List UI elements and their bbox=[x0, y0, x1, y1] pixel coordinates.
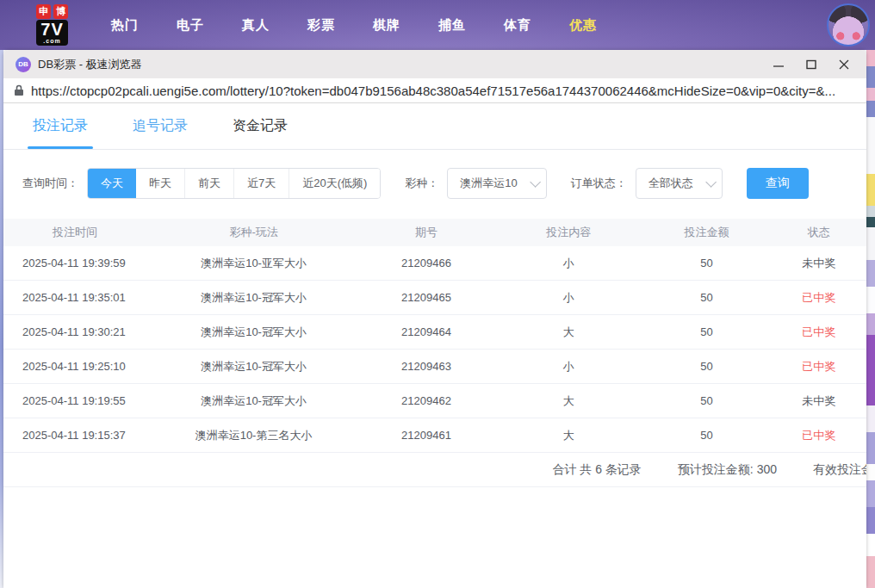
column-header-5: 投注金额 bbox=[642, 225, 771, 240]
nav-item-7[interactable]: 体育 bbox=[485, 9, 550, 42]
time-filter-label: 查询时间： bbox=[22, 176, 78, 191]
cell-issue: 21209464 bbox=[357, 325, 495, 338]
bet-records-table: 投注时间彩种-玩法期号投注内容投注金额状态 2025-04-11 19:39:5… bbox=[3, 219, 866, 487]
summary-valid-amount: 有效投注金 bbox=[813, 462, 866, 478]
filter-row: 查询时间： 今天昨天前天近7天近20天(低频) 彩种： 澳洲幸运10 订单状态：… bbox=[3, 168, 866, 199]
top-nav: 热门电子真人彩票棋牌捕鱼体育优惠 bbox=[92, 9, 616, 42]
table-row: 2025-04-11 19:35:01澳洲幸运10-冠军大小21209465小5… bbox=[3, 281, 866, 315]
time-option-1[interactable]: 今天 bbox=[88, 169, 136, 198]
table-row: 2025-04-11 19:30:21澳洲幸运10-冠军大小21209464大5… bbox=[3, 315, 866, 350]
nav-item-4[interactable]: 彩票 bbox=[289, 9, 354, 42]
column-header-1: 投注时间 bbox=[3, 225, 150, 240]
screen: 申 博 7V .com 热门电子真人彩票棋牌捕鱼体育优惠 DB DB彩票 - 极… bbox=[0, 0, 875, 588]
cell-content: 小 bbox=[495, 359, 642, 374]
cell-time: 2025-04-11 19:25:10 bbox=[3, 360, 150, 373]
logo-badge-2: 博 bbox=[53, 4, 68, 19]
user-avatar[interactable] bbox=[827, 3, 870, 46]
table-header-row: 投注时间彩种-玩法期号投注内容投注金额状态 bbox=[3, 219, 866, 246]
time-filter-group: 今天昨天前天近7天近20天(低频) bbox=[87, 168, 381, 199]
column-header-4: 投注内容 bbox=[495, 225, 642, 240]
cell-issue: 21209462 bbox=[357, 394, 495, 407]
table-row: 2025-04-11 19:25:10澳洲幸运10-冠军大小21209463小5… bbox=[3, 350, 866, 384]
nav-item-8[interactable]: 优惠 bbox=[550, 9, 616, 42]
nav-item-5[interactable]: 棋牌 bbox=[354, 9, 419, 42]
cell-content: 大 bbox=[495, 325, 642, 340]
cell-status: 未中奖 bbox=[772, 393, 866, 409]
cell-play: 澳洲幸运10-第三名大小 bbox=[150, 428, 357, 443]
minimize-icon[interactable] bbox=[765, 53, 792, 77]
browser-window: DB DB彩票 - 极速浏览器 https://ctopcp02pcali.ue… bbox=[3, 50, 866, 588]
cell-issue: 21209466 bbox=[357, 257, 495, 269]
cell-content: 大 bbox=[495, 428, 642, 443]
cell-play: 澳洲幸运10-冠军大小 bbox=[150, 290, 357, 306]
tab-1[interactable]: 投注记录 bbox=[29, 117, 91, 149]
cell-amount: 50 bbox=[642, 325, 771, 338]
cell-content: 大 bbox=[495, 393, 642, 409]
db-app-icon: DB bbox=[16, 57, 31, 72]
nav-item-6[interactable]: 捕鱼 bbox=[419, 9, 485, 42]
column-header-3: 期号 bbox=[357, 225, 495, 240]
time-option-3[interactable]: 前天 bbox=[184, 169, 233, 198]
cell-issue: 21209463 bbox=[357, 360, 495, 373]
maximize-icon[interactable] bbox=[797, 53, 825, 77]
cell-status: 未中奖 bbox=[772, 256, 866, 271]
cell-content: 小 bbox=[495, 290, 642, 306]
cell-content: 小 bbox=[495, 256, 642, 271]
site-topbar: 申 博 7V .com 热门电子真人彩票棋牌捕鱼体育优惠 bbox=[0, 0, 875, 50]
search-button[interactable]: 查询 bbox=[747, 168, 809, 199]
logo-main-text: 7V bbox=[40, 21, 63, 38]
cell-time: 2025-04-11 19:15:37 bbox=[3, 429, 150, 442]
cell-play: 澳洲幸运10-亚军大小 bbox=[150, 256, 357, 271]
time-option-4[interactable]: 近7天 bbox=[233, 169, 289, 198]
order-status-select-value: 全部状态 bbox=[648, 176, 693, 191]
cell-time: 2025-04-11 19:19:55 bbox=[3, 394, 150, 407]
lottery-filter-label: 彩种： bbox=[405, 176, 438, 191]
cell-amount: 50 bbox=[642, 291, 771, 304]
table-summary-row: 合计 共 6 条记录 预计投注金额: 300 有效投注金 bbox=[3, 453, 866, 487]
summary-total-records: 合计 共 6 条记录 bbox=[552, 462, 641, 478]
nav-item-3[interactable]: 真人 bbox=[223, 9, 289, 42]
logo-sub-text: .com bbox=[40, 38, 63, 44]
table-row: 2025-04-11 19:39:59澳洲幸运10-亚军大小21209466小5… bbox=[3, 246, 866, 281]
site-logo[interactable]: 申 博 7V .com bbox=[36, 4, 68, 46]
url-text: https://ctopcp02pcali.uengi5e.com/lotter… bbox=[31, 84, 835, 98]
cell-status: 已中奖 bbox=[772, 359, 866, 374]
logo-box: 7V .com bbox=[36, 20, 67, 46]
cell-play: 澳洲幸运10-冠军大小 bbox=[150, 359, 357, 374]
cell-amount: 50 bbox=[642, 360, 771, 373]
cell-issue: 21209465 bbox=[357, 291, 495, 304]
cell-play: 澳洲幸运10-冠军大小 bbox=[150, 325, 357, 340]
nav-item-2[interactable]: 电子 bbox=[158, 9, 223, 42]
tab-2[interactable]: 追号记录 bbox=[129, 117, 191, 149]
cell-time: 2025-04-11 19:35:01 bbox=[3, 291, 150, 304]
status-filter-label: 订单状态： bbox=[571, 176, 627, 191]
lottery-select[interactable]: 澳洲幸运10 bbox=[447, 168, 546, 199]
cell-amount: 50 bbox=[642, 429, 771, 442]
cell-status: 已中奖 bbox=[772, 290, 866, 306]
time-option-2[interactable]: 昨天 bbox=[136, 169, 184, 198]
url-bar[interactable]: https://ctopcp02pcali.uengi5e.com/lotter… bbox=[3, 78, 866, 103]
page-content: 投注记录追号记录资金记录 查询时间： 今天昨天前天近7天近20天(低频) 彩种：… bbox=[3, 103, 866, 587]
time-option-5[interactable]: 近20天(低频) bbox=[289, 169, 380, 198]
cell-play: 澳洲幸运10-冠军大小 bbox=[150, 393, 357, 409]
column-header-2: 彩种-玩法 bbox=[150, 225, 357, 240]
summary-expected-amount: 预计投注金额: 300 bbox=[678, 462, 777, 478]
cell-time: 2025-04-11 19:39:59 bbox=[3, 257, 150, 269]
tab-3[interactable]: 资金记录 bbox=[229, 117, 291, 149]
column-header-6: 状态 bbox=[772, 225, 866, 240]
window-title: DB彩票 - 极速浏览器 bbox=[38, 57, 142, 72]
lottery-select-value: 澳洲幸运10 bbox=[460, 176, 517, 191]
page-background-right-strip bbox=[866, 50, 875, 588]
lock-icon bbox=[14, 84, 24, 96]
cell-time: 2025-04-11 19:30:21 bbox=[3, 325, 150, 338]
order-status-select[interactable]: 全部状态 bbox=[636, 168, 723, 199]
cell-status: 已中奖 bbox=[772, 325, 866, 340]
chevron-down-icon bbox=[705, 176, 717, 188]
nav-item-1[interactable]: 热门 bbox=[92, 9, 158, 42]
cell-status: 已中奖 bbox=[772, 428, 866, 443]
close-icon[interactable] bbox=[830, 53, 858, 77]
table-row: 2025-04-11 19:19:55澳洲幸运10-冠军大小21209462大5… bbox=[3, 384, 866, 418]
chevron-down-icon bbox=[530, 176, 541, 188]
table-row: 2025-04-11 19:15:37澳洲幸运10-第三名大小21209461大… bbox=[3, 418, 866, 453]
cell-amount: 50 bbox=[642, 394, 771, 407]
